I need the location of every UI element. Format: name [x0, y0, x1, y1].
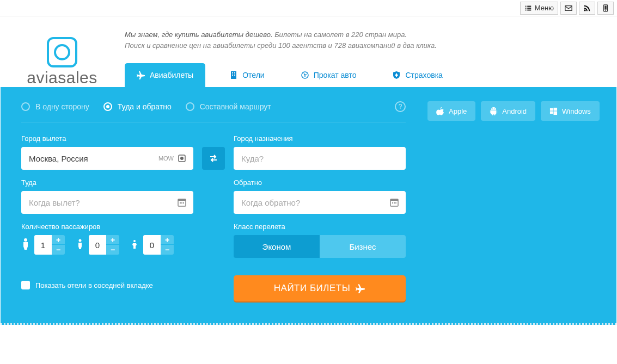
search-button[interactable]: НАЙТИ БИЛЕТЫ [234, 275, 406, 301]
car-icon [301, 71, 309, 79]
class-economy[interactable]: Эконом [234, 235, 320, 258]
menu-button[interactable]: Меню [520, 2, 558, 15]
tab-hotels[interactable]: Отели [217, 63, 276, 87]
children-stepper: 0 + − [76, 235, 119, 255]
checkbox-icon [21, 281, 30, 289]
return-label: Обратно [234, 178, 406, 187]
app-windows[interactable]: Windows [541, 101, 600, 121]
rss-icon [583, 4, 591, 12]
infants-minus[interactable]: − [161, 245, 174, 255]
svg-rect-26 [394, 202, 395, 203]
depart-date-input[interactable] [21, 191, 193, 214]
radio-icon [103, 102, 112, 111]
show-hotels-checkbox[interactable]: Показать отели в соседней вкладке [21, 281, 193, 289]
svg-point-31 [492, 108, 493, 109]
apple-icon [436, 107, 444, 115]
children-count: 0 [89, 235, 106, 255]
svg-rect-5 [527, 9, 531, 10]
return-date-input[interactable] [234, 191, 406, 214]
svg-rect-13 [232, 75, 233, 76]
app-buttons: Apple Android Windows [406, 101, 600, 301]
dest-label: Город назначения [234, 134, 406, 143]
svg-rect-35 [550, 111, 553, 114]
rss-button[interactable] [579, 2, 595, 15]
adults-minus[interactable]: − [52, 245, 65, 255]
tab-flights[interactable]: Авиабилеты [125, 63, 205, 87]
svg-rect-11 [232, 72, 233, 73]
tagline: Мы знаем, где купить авиабилеты дешево. … [125, 26, 606, 51]
svg-point-9 [605, 10, 606, 10]
svg-rect-24 [390, 199, 398, 201]
destination-input[interactable] [234, 147, 406, 170]
plane-icon [356, 283, 365, 293]
app-android[interactable]: Android [481, 101, 535, 121]
svg-rect-8 [604, 5, 607, 9]
plane-icon [137, 71, 145, 79]
trip-type-selector: В одну сторону Туда и обратно Составной … [21, 101, 406, 122]
header: aviasales Мы знаем, где купить авиабилет… [1, 16, 616, 87]
radio-one-way[interactable]: В одну сторону [21, 102, 89, 111]
svg-rect-36 [554, 111, 558, 115]
android-icon [490, 107, 498, 115]
svg-rect-12 [234, 72, 235, 73]
children-plus[interactable]: + [106, 235, 119, 245]
svg-rect-34 [554, 108, 558, 111]
svg-rect-0 [526, 5, 527, 7]
svg-rect-19 [178, 199, 186, 201]
svg-point-32 [494, 108, 495, 109]
logo-icon [47, 37, 77, 67]
svg-rect-27 [395, 202, 396, 203]
infants-plus[interactable]: + [161, 235, 174, 245]
origin-code: MOW [158, 153, 187, 163]
class-business[interactable]: Бизнес [320, 235, 406, 258]
svg-rect-33 [550, 108, 553, 111]
class-label: Класс перелета [234, 223, 406, 231]
infants-count: 0 [143, 235, 161, 255]
tab-cars[interactable]: Прокат авто [289, 63, 369, 87]
radio-icon [186, 102, 194, 111]
logo[interactable]: aviasales [10, 37, 114, 87]
radio-icon [21, 102, 30, 111]
app-apple[interactable]: Apple [427, 101, 475, 121]
calendar-icon[interactable] [389, 198, 399, 207]
svg-rect-3 [527, 8, 531, 9]
calendar-icon[interactable] [177, 198, 187, 207]
radio-round-trip[interactable]: Туда и обратно [103, 102, 172, 111]
adult-icon [21, 238, 30, 252]
svg-rect-20 [180, 202, 181, 203]
browser-toolbar: Меню [0, 0, 617, 16]
origin-label: Город вылета [21, 134, 193, 143]
svg-rect-10 [231, 71, 236, 79]
help-icon[interactable]: ? [395, 101, 406, 112]
svg-point-29 [79, 239, 82, 242]
brand-name: aviasales [27, 69, 97, 87]
search-panel: В одну сторону Туда и обратно Составной … [1, 87, 616, 325]
shield-icon [392, 71, 401, 79]
svg-rect-2 [526, 8, 527, 9]
tab-insurance[interactable]: Страховка [380, 63, 454, 87]
pax-label: Количество пассажиров [21, 223, 193, 231]
swap-icon [209, 153, 218, 163]
svg-rect-25 [392, 202, 393, 203]
swap-button[interactable] [202, 147, 225, 170]
children-minus[interactable]: − [106, 245, 119, 255]
svg-rect-22 [183, 202, 184, 203]
menu-label: Меню [535, 4, 554, 12]
svg-point-6 [584, 9, 585, 11]
adults-plus[interactable]: + [52, 235, 65, 245]
class-toggle: Эконом Бизнес [234, 235, 406, 258]
building-icon [229, 71, 238, 79]
svg-rect-21 [181, 202, 182, 203]
mobile-button[interactable] [597, 2, 614, 15]
mail-icon [565, 4, 572, 12]
mail-button[interactable] [560, 2, 577, 15]
radio-multi-city[interactable]: Составной маршрут [186, 102, 271, 111]
depart-label: Туда [21, 178, 193, 187]
main-tabs: Авиабилеты Отели Прокат авто Страховка [125, 63, 606, 87]
svg-point-28 [24, 238, 27, 242]
target-icon[interactable] [177, 153, 187, 163]
adults-count: 1 [34, 235, 52, 255]
list-icon [524, 4, 532, 12]
svg-rect-1 [527, 5, 531, 7]
svg-point-30 [133, 240, 136, 242]
